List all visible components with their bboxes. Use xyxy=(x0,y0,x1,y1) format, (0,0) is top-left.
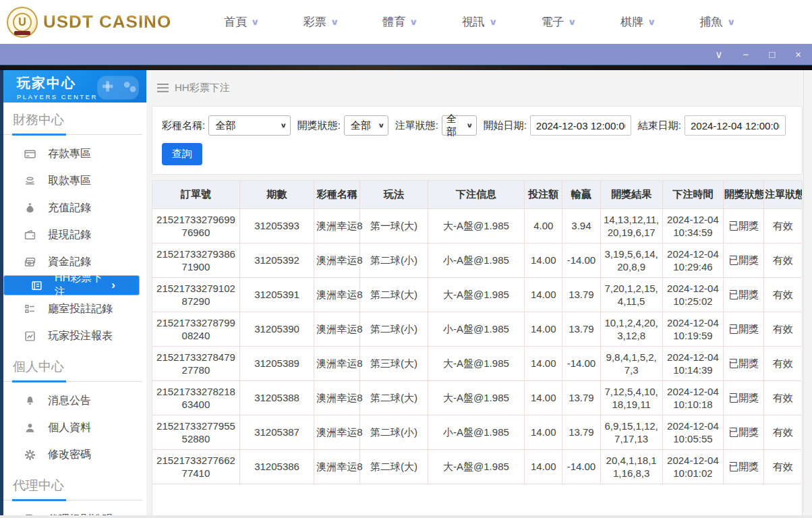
chevron-down-icon: ∨ xyxy=(330,17,339,27)
sidebar-item-label: 提現記錄 xyxy=(48,228,91,242)
sidebar-item-hh-lottery-bets[interactable]: HH彩票下注 › xyxy=(3,275,140,295)
money-bag-icon xyxy=(24,202,36,214)
table-cell: 31205386 xyxy=(239,449,314,484)
sidebar-item-withdrawal-records[interactable]: 提現記錄 xyxy=(3,221,146,248)
minimize-button[interactable]: − xyxy=(743,49,749,59)
table-cell: 7,12,5,4,10,18,19,11 xyxy=(600,380,662,415)
query-button[interactable]: 查詢 xyxy=(162,143,202,165)
chevron-down-icon: ∨ xyxy=(647,17,656,27)
nav-label: 棋牌 xyxy=(620,14,643,30)
table-cell: 澳洲幸运8 xyxy=(314,312,360,346)
table-cell: 2024-12-04 10:25:02 xyxy=(662,277,723,312)
sidebar-item-recharge-records[interactable]: 充值記錄 xyxy=(3,194,146,221)
bell-icon xyxy=(24,395,36,407)
bets-table: 訂單號 期數 彩種名稱 玩法 下注信息 投注額 輸贏 開獎結果 下注時間 開獎狀… xyxy=(152,181,802,484)
sidebar-item-label: HH彩票下注 xyxy=(55,271,111,299)
sidebar-header: 玩家中心 PLAYERS CENTER xyxy=(3,70,146,103)
bet-status-select[interactable]: 全部 ∨ xyxy=(442,115,477,136)
table-cell: 小-A盤@1.985 xyxy=(428,243,524,277)
end-date-input[interactable] xyxy=(685,115,786,136)
nav-item-home[interactable]: 首頁∨ xyxy=(224,14,259,30)
table-cell: 14.00 xyxy=(525,449,562,484)
col-lottery-name: 彩種名稱 xyxy=(314,181,360,208)
chevron-down-icon: ∨ xyxy=(488,17,497,27)
main-nav: 首頁∨ 彩票∨ 體育∨ 視訊∨ 電子∨ 棋牌∨ 捕魚∨ xyxy=(224,14,734,30)
table-header-row: 訂單號 期數 彩種名稱 玩法 下注信息 投注額 輸贏 開獎結果 下注時間 開獎狀… xyxy=(152,181,802,208)
sidebar-item-profile[interactable]: 個人資料 xyxy=(3,414,146,441)
table-row: 215217332796997696031205393澳洲幸运8第一球(大)大-… xyxy=(152,208,802,243)
table-cell: 已開獎 xyxy=(724,415,764,449)
table-cell: 2024-12-04 10:19:59 xyxy=(662,312,723,346)
table-row: 215217332779555288031205387澳洲幸运8第二球(小)小-… xyxy=(152,415,802,449)
table-cell: 14.00 xyxy=(525,312,562,346)
table-cell: 4.00 xyxy=(525,208,562,243)
table-cell: 第二球(大) xyxy=(360,380,428,415)
table-cell: 第二球(大) xyxy=(360,277,428,312)
table-cell: 20,4,1,18,11,16,8,3 xyxy=(600,449,662,484)
draw-status-select[interactable]: 全部 ∨ xyxy=(344,115,388,136)
table-cell: 2152173327821863400 xyxy=(152,380,239,415)
table-cell: 有效 xyxy=(764,380,802,415)
sidebar-item-label: 代理規則說明 xyxy=(48,513,113,516)
banknote-icon xyxy=(24,256,36,268)
deposit-card-icon xyxy=(24,148,36,160)
nav-label: 視訊 xyxy=(462,14,485,30)
sidebar-item-agent-rules[interactable]: 代理規則說明 xyxy=(3,506,146,515)
sidebar-item-label: 存款專區 xyxy=(48,147,91,161)
top-header: U USDT CASINO 首頁∨ 彩票∨ 體育∨ 視訊∨ 電子∨ 棋牌∨ 捕魚… xyxy=(0,0,812,44)
sidebar-item-withdraw[interactable]: 取款專區 xyxy=(3,167,146,194)
select-value: 全部 xyxy=(215,119,235,132)
table-cell: 31205388 xyxy=(239,380,314,415)
table-row: 215217332791028729031205391澳洲幸运8第二球(大)大-… xyxy=(152,277,802,312)
table-cell: 2024-12-04 10:05:55 xyxy=(662,415,723,449)
section-divider xyxy=(3,499,146,501)
page-title: HH彩票下注 xyxy=(175,82,230,94)
start-date-input[interactable] xyxy=(530,115,631,136)
nav-item-sports[interactable]: 體育∨ xyxy=(382,14,417,30)
nav-item-fishing[interactable]: 捕魚∨ xyxy=(700,14,735,30)
close-button[interactable]: × xyxy=(795,49,801,59)
table-cell: 已開獎 xyxy=(724,243,764,277)
nav-item-cards[interactable]: 棋牌∨ xyxy=(620,14,656,30)
table-cell: 31205393 xyxy=(239,208,314,243)
table-cell: 2024-12-04 10:14:39 xyxy=(662,346,723,380)
sidebar-item-deposit[interactable]: 存款專區 xyxy=(3,140,146,167)
col-win-loss: 輸贏 xyxy=(562,181,600,208)
table-cell: -14.00 xyxy=(562,243,600,277)
table-row: 215217332782186340031205388澳洲幸运8第二球(大)大-… xyxy=(152,380,802,415)
table-cell: 小-A盤@1.985 xyxy=(428,415,524,449)
select-value: 全部 xyxy=(446,113,465,138)
window-chevron-button[interactable]: ∨ xyxy=(715,49,722,59)
hamburger-icon[interactable] xyxy=(157,84,169,92)
chevron-down-icon: ∨ xyxy=(568,17,577,27)
table-cell: 31205391 xyxy=(239,277,314,312)
table-cell: 有效 xyxy=(764,243,802,277)
table-cell: 2152173327879908240 xyxy=(152,312,239,346)
nav-label: 首頁 xyxy=(224,14,247,30)
filter-panel: 彩種名稱: 全部 ∨ 開獎狀態: 全部 ∨ 注單狀態: 全部 ∨ xyxy=(152,106,803,175)
table-cell: 澳洲幸运8 xyxy=(314,380,360,415)
section-divider xyxy=(3,380,146,382)
sidebar-item-player-bet-report[interactable]: 玩家投注報表 xyxy=(3,322,146,349)
nav-item-video[interactable]: 視訊∨ xyxy=(462,14,497,30)
nav-item-egame[interactable]: 電子∨ xyxy=(541,14,576,30)
table-cell: 有效 xyxy=(764,346,802,380)
chevron-down-icon: ∨ xyxy=(251,17,260,27)
sidebar-item-change-password[interactable]: 修改密碼 xyxy=(3,441,146,468)
sidebar-item-hall-bet-records[interactable]: 廳室投註記錄 xyxy=(3,295,146,322)
table-cell: 澳洲幸运8 xyxy=(314,277,360,312)
sidebar-item-announcements[interactable]: 消息公告 xyxy=(3,387,146,414)
report-icon xyxy=(24,330,36,342)
table-row: 215217332793867190031205392澳洲幸运8第二球(小)小-… xyxy=(152,243,802,277)
nav-item-lottery[interactable]: 彩票∨ xyxy=(303,14,339,30)
table-cell: 14.00 xyxy=(525,346,562,380)
table-cell: 澳洲幸运8 xyxy=(314,346,360,380)
chevron-down-icon: ∨ xyxy=(280,122,287,130)
table-body: 215217332796997696031205393澳洲幸运8第一球(大)大-… xyxy=(152,208,802,484)
table-cell: 大-A盤@1.985 xyxy=(428,208,524,243)
col-bet-status: 注單狀態 xyxy=(764,181,802,208)
table-cell: 第三球(大) xyxy=(360,346,428,380)
table-cell: 大-A盤@1.985 xyxy=(428,449,524,484)
lottery-name-select[interactable]: 全部 ∨ xyxy=(208,115,290,136)
maximize-button[interactable]: □ xyxy=(769,49,775,59)
